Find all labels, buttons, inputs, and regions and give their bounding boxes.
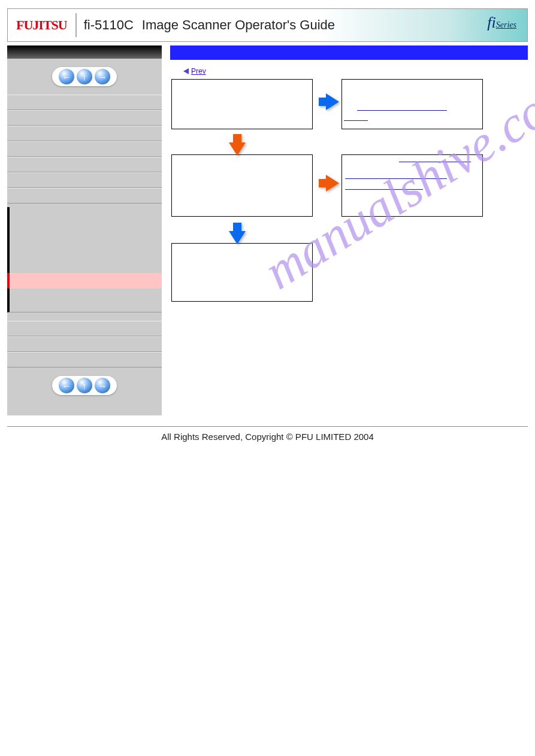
sidebar-item[interactable] bbox=[7, 110, 162, 126]
flow-box-3 bbox=[171, 154, 313, 217]
sidebar-section bbox=[7, 207, 162, 273]
up-button[interactable]: ↑ bbox=[77, 69, 92, 84]
prev-button[interactable]: ← bbox=[59, 378, 74, 393]
inline-link[interactable] bbox=[344, 120, 368, 121]
inline-link[interactable] bbox=[345, 189, 423, 190]
sidebar-item[interactable] bbox=[7, 95, 162, 110]
sidebar-item[interactable] bbox=[7, 188, 162, 204]
sidebar-item[interactable] bbox=[7, 321, 162, 336]
inline-link[interactable] bbox=[357, 110, 447, 111]
arrow-down-icon bbox=[229, 231, 246, 244]
inline-link[interactable] bbox=[399, 162, 471, 162]
copyright-footer: All Rights Reserved, Copyright © PFU LIM… bbox=[0, 432, 535, 442]
sidebar-item[interactable] bbox=[7, 172, 162, 188]
page-header: JI fi-5110C Image Scanner Operator's Gui… bbox=[7, 8, 528, 42]
sidebar-item[interactable] bbox=[7, 157, 162, 172]
fi-series-badge: fiSeries bbox=[487, 14, 516, 32]
arrow-right-icon bbox=[326, 175, 339, 192]
main-content: Prev manualshive.com bbox=[170, 45, 528, 415]
divider bbox=[75, 13, 77, 37]
inline-link[interactable] bbox=[345, 178, 447, 179]
page-title: Image Scanner Operator's Guide bbox=[142, 17, 335, 33]
section-heading-bar bbox=[170, 45, 528, 60]
sidebar-header bbox=[7, 45, 162, 59]
model-number: fi-5110C bbox=[84, 17, 134, 33]
sidebar-item[interactable] bbox=[7, 352, 162, 368]
prev-link-label: Prev bbox=[191, 67, 206, 75]
next-button[interactable]: → bbox=[95, 69, 110, 84]
footer-divider bbox=[7, 426, 528, 427]
arrow-right-icon bbox=[326, 93, 339, 110]
sidebar-item[interactable] bbox=[7, 141, 162, 157]
up-button[interactable]: ↑ bbox=[77, 378, 92, 393]
sidebar: ← ↑ → ← ↑ → bbox=[7, 45, 162, 415]
sidebar-item-active[interactable] bbox=[7, 273, 162, 289]
nav-pill-bottom: ← ↑ → bbox=[52, 376, 117, 395]
sidebar-section bbox=[7, 289, 162, 312]
sidebar-item[interactable] bbox=[7, 126, 162, 141]
flow-box-4 bbox=[341, 154, 483, 217]
flow-box-1 bbox=[171, 79, 313, 129]
prev-button[interactable]: ← bbox=[59, 69, 74, 84]
sidebar-item[interactable] bbox=[7, 336, 162, 352]
flow-box-5 bbox=[171, 243, 313, 302]
arrow-down-icon bbox=[229, 142, 246, 156]
left-triangle-icon bbox=[183, 68, 189, 74]
fujitsu-logo: JI bbox=[8, 17, 75, 33]
prev-link[interactable]: Prev bbox=[183, 67, 206, 75]
next-button[interactable]: → bbox=[95, 378, 110, 393]
nav-pill-top: ← ↑ → bbox=[52, 67, 117, 86]
flow-box-2 bbox=[341, 79, 483, 129]
